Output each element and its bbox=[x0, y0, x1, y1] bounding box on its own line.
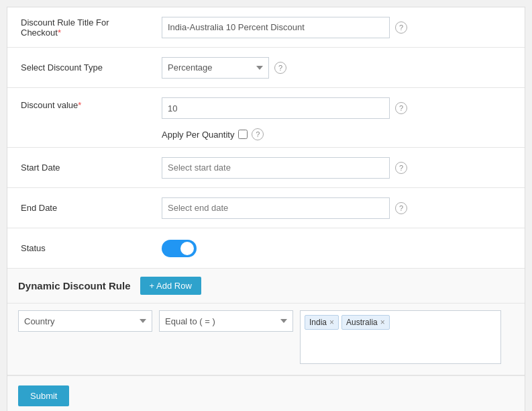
discount-type-row: Select Discount Type Percentage Fixed Fr… bbox=[7, 48, 525, 88]
discount-value-field: ? Apply Per Quantity ? bbox=[162, 97, 525, 140]
title-input[interactable] bbox=[162, 17, 390, 38]
status-row: Status bbox=[7, 228, 525, 269]
title-help-icon[interactable]: ? bbox=[395, 21, 407, 34]
end-date-input[interactable] bbox=[162, 197, 390, 219]
form-container: Discount Rule Title For Checkout* ? Sele… bbox=[7, 7, 525, 411]
title-row: Discount Rule Title For Checkout* ? bbox=[7, 7, 525, 48]
tags-container: India × Australia × bbox=[300, 310, 501, 364]
discount-value-label: Discount value* bbox=[7, 97, 162, 110]
end-date-label: End Date bbox=[7, 203, 162, 213]
apply-qty-label: Apply Per Quantity bbox=[162, 130, 234, 140]
apply-qty-checkbox[interactable] bbox=[238, 130, 248, 139]
discount-type-field: Percentage Fixed Free Shipping ? bbox=[162, 57, 525, 79]
apply-qty-row: Apply Per Quantity ? bbox=[162, 128, 525, 140]
dynamic-row: Country State City Zip Code Equal to ( =… bbox=[7, 303, 525, 375]
toggle-slider bbox=[162, 240, 197, 257]
submit-button[interactable]: Submit bbox=[18, 385, 69, 406]
title-field: ? bbox=[162, 17, 525, 38]
status-toggle[interactable] bbox=[162, 240, 197, 257]
dynamic-header: Dynamic Discount Rule + Add Row bbox=[7, 269, 525, 303]
apply-qty-help-icon[interactable]: ? bbox=[252, 128, 264, 140]
operator-col: Equal to ( = ) Not Equal to ( != ) Great… bbox=[159, 310, 293, 332]
tag-india: India × bbox=[305, 315, 339, 330]
tag-australia-remove[interactable]: × bbox=[380, 318, 385, 326]
start-date-field: ? bbox=[162, 157, 525, 179]
discount-type-help-icon[interactable]: ? bbox=[274, 62, 286, 74]
start-date-input[interactable] bbox=[162, 157, 390, 179]
dynamic-section-title: Dynamic Discount Rule bbox=[18, 280, 131, 291]
condition-col: Country State City Zip Code bbox=[18, 310, 152, 332]
title-label: Discount Rule Title For Checkout* bbox=[7, 17, 162, 38]
tag-india-remove[interactable]: × bbox=[329, 318, 334, 326]
tag-australia-label: Australia bbox=[346, 318, 378, 327]
discount-value-row: Discount value* ? Apply Per Quantity ? bbox=[7, 88, 525, 148]
discount-value-input[interactable] bbox=[162, 97, 390, 119]
discount-type-label: Select Discount Type bbox=[7, 62, 162, 73]
add-row-button[interactable]: + Add Row bbox=[140, 277, 201, 295]
status-field bbox=[162, 240, 525, 257]
start-date-help-icon[interactable]: ? bbox=[395, 162, 407, 174]
start-date-label: Start Date bbox=[7, 163, 162, 173]
discount-type-select[interactable]: Percentage Fixed Free Shipping bbox=[162, 57, 269, 79]
end-date-field: ? bbox=[162, 197, 525, 219]
discount-value-help-icon[interactable]: ? bbox=[395, 102, 407, 114]
tag-india-label: India bbox=[309, 318, 327, 327]
start-date-row: Start Date ? bbox=[7, 148, 525, 188]
dynamic-section: Dynamic Discount Rule + Add Row Country … bbox=[7, 269, 525, 375]
tag-australia: Australia × bbox=[341, 315, 390, 330]
operator-select[interactable]: Equal to ( = ) Not Equal to ( != ) Great… bbox=[159, 310, 293, 332]
end-date-row: End Date ? bbox=[7, 188, 525, 228]
end-date-help-icon[interactable]: ? bbox=[395, 202, 407, 214]
condition-select[interactable]: Country State City Zip Code bbox=[18, 310, 152, 332]
status-label: Status bbox=[7, 243, 162, 253]
submit-row: Submit bbox=[7, 375, 525, 411]
